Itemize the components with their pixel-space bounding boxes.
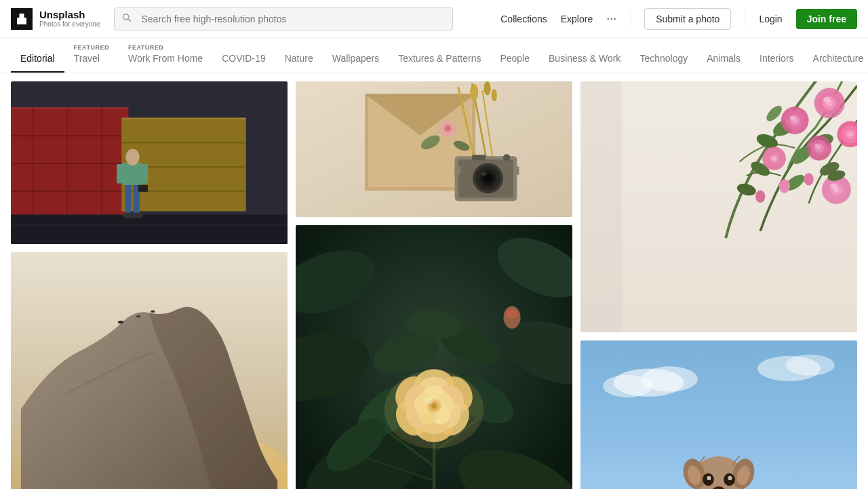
collections-link[interactable]: Collections [500, 14, 547, 24]
tab-interiors[interactable]: Interiors [750, 38, 804, 73]
photo-rocky-cliff[interactable] [11, 252, 288, 489]
tab-nature[interactable]: Nature [275, 38, 323, 73]
svg-point-146 [603, 375, 652, 397]
tab-textures[interactable]: Textures & Patterns [389, 38, 490, 73]
header-nav: Collections Explore ··· Submit a photo L… [500, 8, 857, 30]
svg-point-139 [755, 191, 765, 203]
tab-travel-featured: FEATURED [74, 45, 109, 51]
tab-wallpapers-label: Wallpapers [332, 52, 380, 64]
tab-tech-featured [639, 45, 688, 51]
svg-rect-7 [11, 191, 128, 192]
svg-rect-26 [138, 185, 148, 192]
logo-name: Unsplash [39, 9, 100, 21]
tab-editorial[interactable]: Editorial [11, 38, 64, 73]
svg-point-158 [707, 476, 711, 480]
search-input[interactable] [114, 7, 453, 31]
tab-textures-label: Textures & Patterns [398, 52, 481, 64]
photo-pink-roses-wall[interactable] [580, 81, 857, 332]
svg-point-25 [125, 149, 139, 165]
svg-rect-24 [142, 164, 148, 184]
tab-arch-label: Architecture [813, 52, 864, 64]
svg-rect-22 [122, 163, 142, 185]
tab-people-label: People [500, 52, 530, 64]
svg-point-41 [492, 89, 497, 101]
tab-business-label: Business & Work [549, 52, 620, 64]
explore-link[interactable]: Explore [561, 14, 593, 24]
photo-person-containers[interactable] [11, 81, 288, 244]
tab-nature-featured [285, 45, 313, 51]
svg-point-132 [772, 157, 776, 161]
tab-nature-label: Nature [285, 52, 313, 64]
tab-wfh-label: Work From Home [128, 52, 203, 64]
photo-column-1 [11, 81, 288, 489]
more-button[interactable]: ··· [606, 12, 616, 26]
tab-work-from-home[interactable]: FEATURED Work From Home [119, 38, 212, 73]
svg-line-1 [128, 19, 131, 22]
svg-rect-4 [11, 108, 128, 109]
submit-photo-button[interactable]: Submit a photo [644, 8, 731, 30]
svg-point-39 [470, 84, 478, 100]
svg-rect-8 [32, 108, 34, 218]
svg-point-31 [151, 311, 155, 313]
join-free-button[interactable]: Join free [796, 9, 857, 29]
svg-rect-101 [580, 81, 622, 332]
photo-rose-bush[interactable] [296, 225, 572, 489]
site-header: Unsplash Photos for everyone Collections… [0, 0, 868, 38]
svg-rect-18 [125, 184, 131, 215]
svg-rect-6 [11, 163, 128, 164]
svg-point-159 [728, 476, 732, 480]
svg-rect-10 [101, 108, 103, 218]
svg-rect-55 [455, 167, 460, 175]
login-link[interactable]: Login [759, 14, 782, 24]
tab-covid[interactable]: COVID-19 [212, 38, 275, 73]
svg-point-138 [779, 179, 790, 193]
divider-1 [630, 11, 631, 27]
svg-rect-100 [580, 81, 857, 332]
tab-animals[interactable]: Animals [697, 38, 750, 73]
tab-animals-label: Animals [707, 52, 741, 64]
svg-point-137 [830, 184, 837, 189]
logo-icon [11, 8, 33, 30]
tab-technology[interactable]: Technology [630, 38, 697, 73]
svg-point-119 [790, 116, 795, 120]
tab-wallpapers[interactable]: Wallpapers [323, 38, 389, 73]
tab-architecture[interactable]: Architecture [804, 38, 868, 73]
tab-covid-featured [222, 45, 266, 51]
tab-editorial-featured [20, 45, 55, 51]
tab-travel[interactable]: FEATURED Travel [64, 38, 119, 73]
svg-point-123 [848, 132, 852, 136]
tab-business-featured [549, 45, 620, 51]
tab-covid-label: COVID-19 [222, 52, 266, 64]
tab-animals-featured [707, 45, 741, 51]
divider-2 [745, 11, 745, 27]
tab-business[interactable]: Business & Work [539, 38, 630, 73]
svg-point-96 [432, 404, 436, 408]
svg-point-52 [481, 172, 486, 176]
svg-rect-23 [117, 164, 123, 184]
logo-text: Unsplash Photos for everyone [39, 9, 100, 28]
photo-dog-blue-sky[interactable] [580, 340, 857, 489]
tab-editorial-label: Editorial [20, 52, 55, 64]
photo-grid [0, 73, 868, 489]
tab-travel-label: Travel [74, 52, 109, 64]
photo-column-3 [580, 81, 857, 489]
svg-point-43 [444, 125, 451, 132]
tab-people[interactable]: People [490, 38, 539, 73]
tab-wallpapers-featured [332, 45, 380, 51]
search-bar [114, 7, 453, 31]
logo-area[interactable]: Unsplash Photos for everyone [11, 8, 100, 30]
tab-interiors-label: Interiors [760, 52, 794, 64]
category-tabs: Editorial FEATURED Travel FEATURED Work … [0, 38, 868, 73]
svg-point-29 [118, 321, 123, 324]
svg-rect-12 [121, 118, 246, 119]
logo-tagline: Photos for everyone [39, 20, 100, 28]
tab-people-featured [500, 45, 530, 51]
svg-point-114 [823, 97, 830, 102]
photo-camera-flowers[interactable] [296, 81, 572, 217]
svg-point-54 [503, 154, 510, 161]
svg-point-128 [814, 144, 820, 148]
svg-point-99 [507, 310, 518, 319]
tab-tech-label: Technology [639, 52, 688, 64]
svg-point-30 [136, 315, 140, 317]
tab-arch-featured [813, 45, 864, 51]
